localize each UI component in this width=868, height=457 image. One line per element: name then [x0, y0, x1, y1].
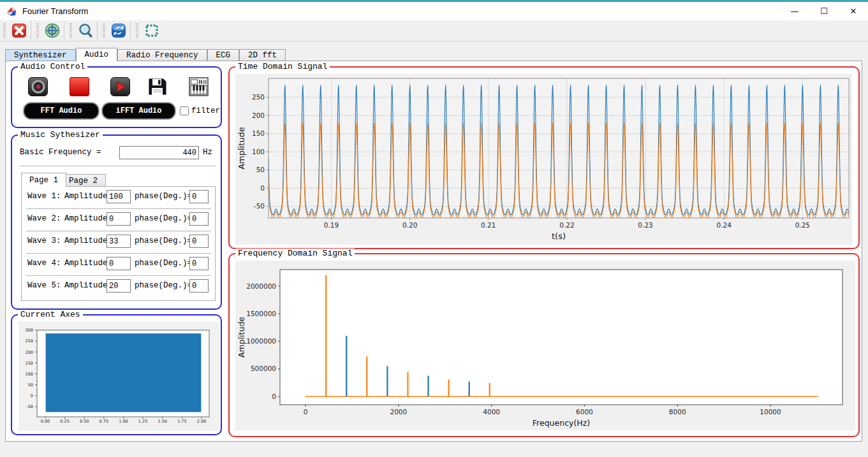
time-domain-plot: 0.190.200.210.220.230.240.25-50050100150…	[235, 74, 852, 245]
minimize-button[interactable]: —	[780, 2, 809, 20]
stop-button[interactable]	[70, 77, 89, 96]
toolbar-drag-handle[interactable]	[36, 24, 39, 38]
wave-2-amplitude-input[interactable]	[107, 212, 131, 226]
record-button[interactable]	[28, 77, 48, 96]
piano-keyboard-icon	[189, 77, 209, 96]
target-tool-button[interactable]	[43, 22, 62, 40]
svg-text:200: 200	[26, 350, 33, 355]
audio-tab-page: Audio Control	[5, 61, 862, 442]
page-2-tab[interactable]: Page 2	[61, 174, 106, 187]
time-domain-group: Time Domain Signal 0.190.200.210.220.230…	[228, 66, 860, 249]
record-icon	[31, 79, 46, 94]
filter-checkbox-label: filter	[191, 106, 220, 115]
svg-text:0.75: 0.75	[99, 419, 108, 424]
svg-text:1.25: 1.25	[138, 419, 147, 424]
wave-3-amplitude-input[interactable]	[107, 235, 131, 248]
separator	[26, 275, 211, 276]
current-axes-group: Current Axes 0.000.250.500.751.001.251.5…	[11, 314, 222, 435]
wave-4-label: Wave 4:	[27, 259, 61, 268]
svg-text:0.23: 0.23	[638, 221, 652, 229]
wave-5-phase-input[interactable]	[189, 279, 209, 293]
title-bar: Fourier Transform — ☐ ✕	[0, 2, 868, 20]
wave-2-phase-input[interactable]	[189, 212, 209, 226]
svg-text:100: 100	[252, 148, 265, 156]
svg-text:0.25: 0.25	[795, 221, 810, 229]
frequency-domain-plot: 0200040006000800010000050000010000001500…	[235, 261, 855, 430]
separator	[26, 253, 211, 254]
wave-5-amplitude-input[interactable]	[107, 279, 131, 293]
save-button[interactable]	[147, 77, 167, 96]
wave-1-amplitude-input[interactable]	[107, 190, 131, 203]
select-region-tool-button[interactable]	[142, 22, 161, 40]
tab-2d-fft[interactable]: 2D fft	[239, 49, 286, 61]
music-synthesizer-group: Music Sythesizer Basic Frequency = Hz Pa…	[11, 134, 222, 310]
svg-text:0.20: 0.20	[402, 221, 417, 229]
zoom-tool-button[interactable]	[76, 22, 95, 40]
svg-text:2000000: 2000000	[246, 282, 276, 290]
tab-synthesizer[interactable]: Synthesizer	[5, 49, 76, 61]
svg-text:2000: 2000	[390, 408, 408, 416]
toolbar-drag-handle[interactable]	[103, 24, 105, 38]
close-button[interactable]: ✕	[839, 2, 868, 20]
svg-text:100: 100	[26, 372, 33, 377]
svg-text:1.00: 1.00	[119, 419, 128, 424]
time-domain-figure: 0.190.200.210.220.230.240.25-50050100150…	[235, 74, 852, 248]
page-1-tab[interactable]: Page 1	[21, 173, 66, 187]
filter-checkbox[interactable]	[180, 106, 189, 115]
wave-4-amplitude-input[interactable]	[107, 257, 131, 270]
tab-audio[interactable]: Audio	[76, 48, 118, 61]
toolbar-drag-handle[interactable]	[70, 24, 72, 38]
svg-text:0.24: 0.24	[717, 221, 732, 229]
wave-4-phase-input[interactable]	[189, 257, 209, 270]
refresh-sync-icon	[111, 23, 126, 38]
frequency-domain-group-title: Frequency Domain Signal	[235, 249, 355, 258]
basic-frequency-input[interactable]	[119, 146, 199, 159]
wave-1-phase-label: phase(Deg.)=	[135, 192, 192, 201]
delete-red-x-icon	[11, 23, 27, 38]
toolbar	[0, 20, 868, 41]
svg-text:t(s): t(s)	[552, 231, 566, 241]
svg-text:1000000: 1000000	[246, 337, 276, 345]
wave-1-label: Wave 1:	[27, 192, 61, 201]
toolbar-separator	[130, 21, 131, 40]
tab-radio-frequency[interactable]: Radio Frequency	[117, 49, 207, 61]
svg-text:300: 300	[26, 328, 33, 333]
wave-3-phase-input[interactable]	[189, 235, 209, 248]
delete-tool-button[interactable]	[10, 22, 29, 40]
svg-text:50: 50	[256, 166, 265, 173]
current-axes-group-title: Current Axes	[18, 310, 83, 319]
ifft-audio-button[interactable]: iFFT Audio	[101, 102, 176, 120]
toolbar-separator	[31, 21, 31, 40]
tab-ecg[interactable]: ECG	[207, 49, 240, 61]
wave-3-phase-label: phase(Deg.)=	[135, 236, 192, 245]
svg-text:4000: 4000	[483, 408, 500, 416]
wave-1-phase-input[interactable]	[189, 190, 209, 203]
svg-text:0: 0	[304, 408, 308, 416]
separator	[26, 231, 211, 231]
svg-text:1.75: 1.75	[177, 419, 186, 424]
svg-text:200: 200	[252, 112, 265, 119]
svg-text:0.50: 0.50	[80, 419, 89, 424]
svg-text:1.50: 1.50	[158, 419, 167, 424]
fft-audio-button[interactable]: FFT Audio	[23, 102, 99, 120]
svg-text:-50: -50	[254, 202, 265, 210]
toolbar-drag-handle[interactable]	[136, 24, 138, 38]
svg-text:10000: 10000	[760, 408, 781, 416]
wave-5-label: Wave 5:	[27, 281, 61, 290]
toolbar-drag-handle[interactable]	[3, 24, 6, 38]
svg-text:1500000: 1500000	[246, 310, 276, 317]
svg-text:50: 50	[28, 382, 33, 388]
toolbar-separator	[97, 21, 98, 40]
maximize-button[interactable]: ☐	[809, 2, 839, 20]
frequency-domain-group: Frequency Domain Signal 0200040006000800…	[228, 253, 860, 437]
svg-text:500000: 500000	[251, 365, 276, 372]
refresh-tool-button[interactable]	[109, 22, 128, 40]
separator	[20, 166, 216, 166]
svg-text:-50: -50	[26, 404, 33, 409]
main-tab-bar: Synthesizer Audio Radio Frequency ECG 2D…	[5, 48, 286, 61]
play-button[interactable]	[110, 77, 130, 96]
wave-2-phase-label: phase(Deg.)=	[135, 214, 192, 223]
synthesizer-keyboard-button[interactable]	[189, 77, 209, 96]
wave-4-phase-label: phase(Deg.)=	[135, 259, 192, 268]
svg-text:0.25: 0.25	[60, 419, 69, 424]
